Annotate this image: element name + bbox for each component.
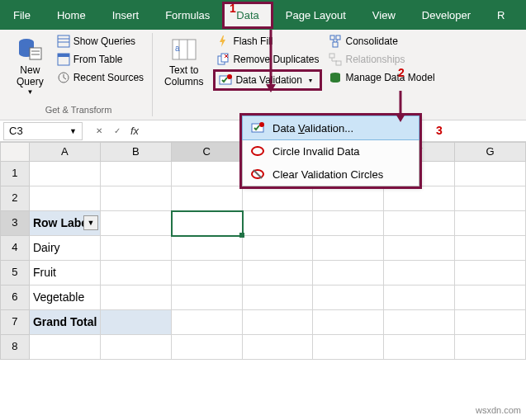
filter-dropdown-button[interactable]: ▼ <box>83 215 98 230</box>
row-header[interactable]: 6 <box>0 286 30 310</box>
svg-text:a: a <box>175 44 180 53</box>
tab-file[interactable]: File <box>0 2 44 28</box>
cell[interactable] <box>384 211 455 236</box>
new-query-button[interactable]: New Query ▼ <box>10 33 50 103</box>
cell[interactable] <box>243 286 314 310</box>
dropdown-arrow-icon[interactable]: ▼ <box>69 127 77 135</box>
cell[interactable] <box>384 335 455 360</box>
row-header[interactable]: 3 <box>0 211 30 236</box>
menu-data-validation[interactable]: Data Validation... <box>242 116 419 140</box>
tab-view[interactable]: View <box>359 2 409 28</box>
show-queries-button[interactable]: Show Queries <box>54 33 147 50</box>
select-all-corner[interactable] <box>0 142 30 162</box>
cell[interactable] <box>455 186 526 211</box>
dropdown-arrow-icon[interactable]: ▾ <box>309 77 312 84</box>
cell[interactable] <box>172 261 243 286</box>
menu-circle-invalid[interactable]: Circle Invalid Data <box>243 139 419 163</box>
cell-a4[interactable]: Dairy <box>30 236 101 261</box>
cell[interactable] <box>101 335 172 360</box>
cell[interactable] <box>313 286 384 310</box>
recent-sources-button[interactable]: Recent Sources <box>54 69 147 86</box>
cell[interactable] <box>172 186 243 211</box>
cell-a7[interactable]: Grand Total <box>30 310 101 335</box>
cell[interactable] <box>101 261 172 286</box>
cell[interactable] <box>313 335 384 360</box>
data-validation-icon <box>251 121 264 134</box>
flash-fill-icon <box>216 35 230 48</box>
tab-truncated[interactable]: R <box>484 2 518 28</box>
cell[interactable] <box>455 162 526 186</box>
dropdown-arrow-icon: ▼ <box>26 88 33 96</box>
row-header[interactable]: 7 <box>0 310 30 335</box>
cell[interactable] <box>384 236 455 261</box>
cell-a3[interactable]: Row Labels▼ <box>30 211 101 236</box>
cell[interactable] <box>243 236 314 261</box>
cell[interactable] <box>101 211 172 236</box>
cell[interactable] <box>243 335 314 360</box>
col-header-a[interactable]: A <box>30 142 101 162</box>
fx-icon[interactable]: fx <box>130 125 139 137</box>
col-header-b[interactable]: B <box>101 142 172 162</box>
cell-a6[interactable]: Vegetable <box>30 286 101 310</box>
tab-formulas[interactable]: Formulas <box>152 2 223 28</box>
cell[interactable] <box>313 261 384 286</box>
cell[interactable] <box>313 211 384 236</box>
cell[interactable] <box>172 162 243 186</box>
data-validation-menu: Data Validation... Circle Invalid Data C… <box>242 116 419 186</box>
cell[interactable] <box>455 310 526 335</box>
menu-item-label: Clear Validation Circles <box>272 168 383 181</box>
cell[interactable] <box>384 310 455 335</box>
cell[interactable] <box>101 310 172 335</box>
cell[interactable] <box>455 335 526 360</box>
cell[interactable] <box>384 186 455 211</box>
svg-rect-22 <box>330 35 334 40</box>
cell[interactable] <box>455 286 526 310</box>
cell[interactable] <box>101 236 172 261</box>
cell[interactable] <box>313 236 384 261</box>
cell[interactable] <box>172 335 243 360</box>
menu-clear-circles[interactable]: Clear Validation Circles <box>243 163 419 186</box>
cell[interactable] <box>313 186 384 211</box>
cell[interactable] <box>243 261 314 286</box>
cell[interactable] <box>30 335 101 360</box>
svg-rect-26 <box>336 61 341 65</box>
row-header[interactable]: 1 <box>0 162 30 186</box>
consolidate-button[interactable]: Consolidate <box>325 33 438 50</box>
col-header-g[interactable]: G <box>455 142 526 162</box>
name-box[interactable]: C3 ▼ <box>3 122 83 140</box>
tab-page-layout[interactable]: Page Layout <box>272 2 359 28</box>
cell[interactable] <box>30 162 101 186</box>
col-header-c[interactable]: C <box>172 142 243 162</box>
row-header[interactable]: 4 <box>0 236 30 261</box>
tab-developer[interactable]: Developer <box>409 2 484 28</box>
cell[interactable] <box>101 286 172 310</box>
svg-point-29 <box>330 79 340 83</box>
cell[interactable] <box>30 186 101 211</box>
arrow-2-icon <box>394 91 407 122</box>
cell[interactable] <box>172 310 243 335</box>
row-header[interactable]: 8 <box>0 335 30 360</box>
row-header[interactable]: 2 <box>0 186 30 211</box>
cell[interactable] <box>455 211 526 236</box>
row-header[interactable]: 5 <box>0 261 30 286</box>
cell-a5[interactable]: Fruit <box>30 261 101 286</box>
cell[interactable] <box>243 186 314 211</box>
cell[interactable] <box>455 236 526 261</box>
text-to-columns-button[interactable]: a Text to Columns <box>158 33 210 116</box>
cell[interactable] <box>172 236 243 261</box>
cell[interactable] <box>384 286 455 310</box>
cell[interactable] <box>243 211 314 236</box>
manage-data-model-button[interactable]: Manage Data Model <box>325 69 438 86</box>
cell[interactable] <box>101 186 172 211</box>
cell-c3-active[interactable] <box>172 211 243 236</box>
tab-insert[interactable]: Insert <box>99 2 153 28</box>
tab-home[interactable]: Home <box>44 2 99 28</box>
cell[interactable] <box>101 162 172 186</box>
cell[interactable] <box>313 310 384 335</box>
cell[interactable] <box>455 261 526 286</box>
cell[interactable] <box>243 310 314 335</box>
annotation-2: 2 <box>398 66 405 79</box>
from-table-button[interactable]: From Table <box>54 51 147 68</box>
cell[interactable] <box>172 286 243 310</box>
cell[interactable] <box>384 261 455 286</box>
